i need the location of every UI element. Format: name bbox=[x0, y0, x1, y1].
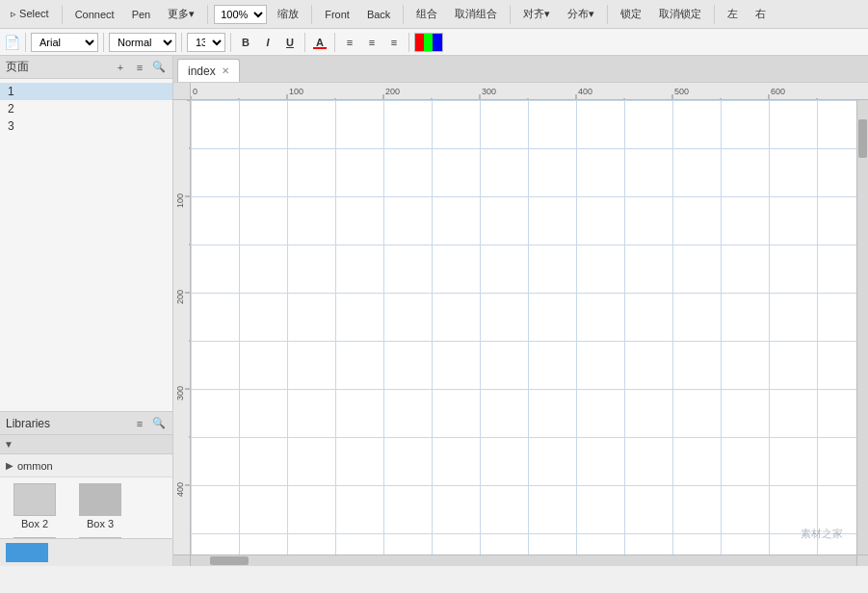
svg-text:400: 400 bbox=[578, 87, 592, 96]
box2-label: Box 2 bbox=[21, 518, 48, 529]
divider-3 bbox=[311, 5, 312, 24]
svg-text:100: 100 bbox=[289, 87, 303, 96]
divider-7 bbox=[714, 5, 715, 24]
italic-btn[interactable]: I bbox=[258, 33, 277, 52]
grid-background bbox=[191, 100, 856, 554]
align-btn[interactable]: 对齐▾ bbox=[516, 3, 557, 26]
divider-5 bbox=[510, 5, 511, 24]
underline-btn[interactable]: U bbox=[280, 33, 300, 52]
align-center-btn[interactable]: ≡ bbox=[362, 33, 381, 52]
libraries-title: Libraries bbox=[6, 417, 50, 430]
ruler-vertical: 100 200 300 400 bbox=[173, 100, 191, 554]
connect-tool[interactable]: Connect bbox=[68, 3, 121, 26]
pages-panel: 页面 + ≡ 🔍 1 2 3 bbox=[0, 56, 172, 412]
divider-t2-5 bbox=[304, 33, 305, 52]
canvas-area: index ✕ 0 100 bbox=[173, 56, 868, 566]
divider-t2-7 bbox=[408, 33, 409, 52]
libraries-icons: ≡ 🔍 bbox=[132, 416, 167, 431]
left-panel: 页面 + ≡ 🔍 1 2 3 Libraries ≡ 🔍 bbox=[0, 56, 173, 566]
right-btn[interactable]: 右 bbox=[749, 3, 773, 26]
style-select[interactable]: Normal Bold Italic bbox=[109, 33, 176, 52]
tab-bar: index ✕ bbox=[173, 56, 868, 83]
category-dropdown[interactable]: ▼ bbox=[0, 435, 172, 454]
divider-t2-1 bbox=[25, 33, 26, 52]
scrollbar-bottom-row bbox=[173, 554, 868, 566]
back-btn[interactable]: Back bbox=[360, 3, 397, 26]
tab-label: index bbox=[188, 64, 216, 78]
libraries-search-icon[interactable]: 🔍 bbox=[151, 416, 167, 431]
divider-t2-4 bbox=[230, 33, 231, 52]
divider-t2-3 bbox=[181, 33, 182, 52]
scrollbar-corner bbox=[173, 554, 191, 566]
svg-text:200: 200 bbox=[385, 87, 400, 96]
scrollbar-h-end bbox=[856, 554, 868, 566]
lib-item-box2[interactable]: Box 2 bbox=[6, 483, 64, 529]
pages-header: 页面 + ≡ 🔍 bbox=[0, 56, 172, 79]
box2-icon bbox=[13, 483, 56, 516]
ruler-horizontal: 0 100 200 300 400 bbox=[191, 83, 868, 100]
page-item-3[interactable]: 3 bbox=[0, 117, 172, 135]
pages-list-icon[interactable]: ≡ bbox=[132, 60, 147, 75]
select-tool[interactable]: ▹ Select bbox=[4, 3, 56, 26]
svg-text:500: 500 bbox=[674, 87, 689, 96]
pages-search-icon[interactable]: 🔍 bbox=[151, 60, 167, 75]
zoom-btn[interactable]: 缩放 bbox=[271, 3, 305, 26]
ruler-corner bbox=[173, 83, 191, 100]
pages-add-icon[interactable]: + bbox=[113, 60, 128, 75]
lib-item-image[interactable]: Image bbox=[6, 537, 64, 538]
divider-4 bbox=[403, 5, 404, 24]
distribute-btn[interactable]: 分布▾ bbox=[561, 3, 601, 26]
category-expand-icon: ▶ bbox=[6, 460, 13, 471]
box3-icon bbox=[79, 483, 121, 516]
front-btn[interactable]: Front bbox=[318, 3, 356, 26]
font-select[interactable]: Arial bbox=[31, 33, 98, 52]
pages-list: 1 2 3 bbox=[0, 79, 172, 139]
scrollbar-thumb-v[interactable] bbox=[858, 119, 867, 158]
pen-tool[interactable]: Pen bbox=[125, 3, 158, 26]
pages-icons: + ≡ 🔍 bbox=[113, 60, 167, 75]
lib-bottom-item[interactable] bbox=[0, 538, 172, 566]
svg-text:200: 200 bbox=[175, 290, 185, 304]
svg-text:400: 400 bbox=[175, 482, 185, 497]
libraries-menu-icon[interactable]: ≡ bbox=[132, 416, 147, 431]
divider-6 bbox=[607, 5, 608, 24]
canvas-wrapper: 0 100 200 300 400 bbox=[173, 83, 868, 566]
lock-btn[interactable]: 锁定 bbox=[614, 3, 648, 26]
tab-index[interactable]: index ✕ bbox=[177, 59, 240, 82]
scrollbar-thumb-h[interactable] bbox=[210, 556, 249, 565]
main-layout: 页面 + ≡ 🔍 1 2 3 Libraries ≡ 🔍 bbox=[0, 56, 868, 566]
size-select[interactable]: 13 10 12 14 16 18 bbox=[187, 33, 225, 52]
group-btn[interactable]: 组合 bbox=[409, 3, 444, 26]
libraries-header: Libraries ≡ 🔍 bbox=[0, 412, 172, 435]
canvas-main[interactable]: 素材之家 bbox=[191, 100, 856, 554]
unlock-btn[interactable]: 取消锁定 bbox=[652, 3, 708, 26]
vertical-scrollbar[interactable] bbox=[856, 100, 868, 554]
align-left-btn[interactable]: ≡ bbox=[340, 33, 359, 52]
divider-2 bbox=[207, 5, 208, 24]
toolbar-second: 📄 Arial Normal Bold Italic 13 10 12 14 1… bbox=[0, 29, 868, 56]
horizontal-scrollbar[interactable] bbox=[191, 554, 856, 566]
align-right-btn[interactable]: ≡ bbox=[384, 33, 404, 52]
left-btn[interactable]: 左 bbox=[721, 3, 745, 26]
more-tool[interactable]: 更多▾ bbox=[161, 3, 201, 26]
svg-text:100: 100 bbox=[175, 193, 185, 208]
zoom-select[interactable]: 100% 75% 50% 150% 200% bbox=[214, 5, 267, 24]
bold-btn[interactable]: B bbox=[236, 33, 255, 52]
lib-category-common[interactable]: ▶ ommon bbox=[0, 454, 172, 477]
box3-label: Box 3 bbox=[87, 518, 114, 529]
fill-color-btn[interactable] bbox=[414, 33, 443, 52]
page-icon: 📄 bbox=[4, 35, 20, 50]
divider-t2-6 bbox=[334, 33, 335, 52]
lib-item-box3[interactable]: Box 3 bbox=[71, 483, 129, 529]
svg-text:300: 300 bbox=[175, 386, 185, 400]
divider-1 bbox=[62, 5, 63, 24]
ruler-top-row: 0 100 200 300 400 bbox=[173, 83, 868, 100]
font-color-btn[interactable]: A bbox=[310, 33, 329, 52]
svg-text:0: 0 bbox=[193, 87, 197, 96]
lib-bottom-icon bbox=[6, 543, 48, 562]
tab-close-icon[interactable]: ✕ bbox=[222, 66, 229, 76]
ungroup-btn[interactable]: 取消组合 bbox=[448, 3, 504, 26]
page-item-2[interactable]: 2 bbox=[0, 100, 172, 117]
image-icon bbox=[13, 537, 56, 538]
page-item-1[interactable]: 1 bbox=[0, 83, 172, 100]
